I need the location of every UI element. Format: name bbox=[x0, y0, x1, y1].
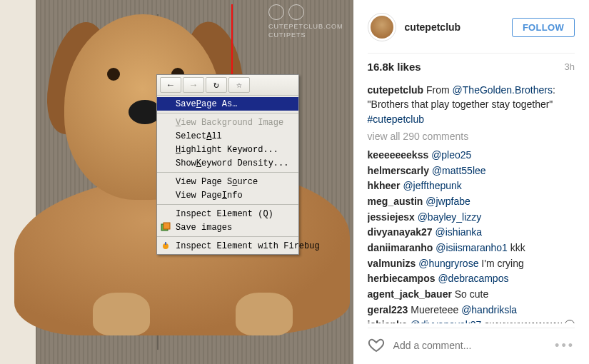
save-images-icon bbox=[161, 222, 171, 232]
comment-user[interactable]: divyanayak27 bbox=[368, 226, 433, 238]
comment-user[interactable]: agent_jack_bauer bbox=[368, 288, 452, 300]
mention-link[interactable]: @jeffthepunk bbox=[403, 180, 461, 191]
comments-list: keeeeeeekss @pleo25helmerscarly @matt55l… bbox=[368, 148, 575, 323]
menu-inspect-element[interactable]: Inspect Element (Q) bbox=[157, 207, 298, 221]
comment-row: valmunizs @hungryrose I'm crying bbox=[368, 256, 575, 272]
comment-row: jessiejesx @bayley_lizzy bbox=[368, 210, 575, 226]
menu-show-keyword-density[interactable]: Show Keyword Density... bbox=[157, 156, 298, 170]
menu-separator bbox=[157, 172, 298, 173]
comment-row: divyanayak27 @ishianka bbox=[368, 225, 575, 241]
more-options-button[interactable]: ••• bbox=[555, 338, 575, 353]
menu-save-images-label: Save images bbox=[176, 223, 232, 233]
post-meta: 16.8k likes 3h bbox=[368, 61, 575, 73]
mention-link[interactable]: @debracampos bbox=[438, 273, 508, 284]
context-menu: ← → ↻ ☆ Save Page As… View Background Im… bbox=[156, 74, 299, 255]
photo-dog-paw bbox=[93, 293, 150, 335]
menu-highlight-keyword[interactable]: Highlight Keyword... bbox=[157, 143, 298, 156]
mention-link[interactable]: @jwpfabe bbox=[426, 196, 470, 207]
comment-user[interactable]: valmunizs bbox=[368, 258, 416, 269]
like-count[interactable]: 16.8k likes bbox=[368, 61, 421, 73]
comment-row: hkheer @jeffthepunk bbox=[368, 178, 575, 194]
menu-inspect-firebug[interactable]: Inspect Element with Firebug bbox=[157, 239, 298, 253]
comment-user[interactable]: ishianka bbox=[368, 319, 408, 323]
menu-separator bbox=[157, 204, 298, 205]
svg-rect-1 bbox=[163, 223, 170, 229]
comment-user[interactable]: keeeeeeekss bbox=[368, 149, 429, 161]
follow-button[interactable]: FOLLOW bbox=[512, 18, 575, 37]
emoji-icon bbox=[565, 320, 575, 323]
post-photo[interactable]: CUTEPETCLUB.COM CUTIPETS ← → ↻ ☆ Save Pa… bbox=[0, 0, 353, 364]
mention-link[interactable]: @bayley_lizzy bbox=[418, 211, 482, 223]
context-menu-toolbar: ← → ↻ ☆ bbox=[157, 75, 298, 96]
mention-link[interactable]: @handriksla bbox=[461, 304, 517, 315]
menu-save-images[interactable]: Save images bbox=[157, 221, 298, 234]
avatar[interactable] bbox=[368, 13, 396, 41]
post-sidebar: cutepetclub FOLLOW 16.8k likes 3h cutepe… bbox=[353, 0, 589, 364]
mention-link[interactable]: @isiismaranho1 bbox=[436, 242, 508, 253]
comment-user[interactable]: geral223 bbox=[368, 304, 408, 315]
comment-row: geral223 Muereteee @handriksla bbox=[368, 303, 575, 318]
comment-row: daniimaranho @isiismaranho1 kkk bbox=[368, 241, 575, 256]
comment-user[interactable]: daniimaranho bbox=[368, 242, 433, 253]
nav-forward-button[interactable]: → bbox=[183, 77, 204, 93]
comment-row: helmerscarly @matt55lee bbox=[368, 163, 575, 179]
mention-link[interactable]: @hungryrose bbox=[418, 258, 478, 269]
comment-user[interactable]: hkheer bbox=[368, 180, 401, 191]
heart-icon bbox=[368, 337, 385, 354]
watermark-line1: CUTEPETCLUB.COM bbox=[268, 23, 343, 30]
comment-row: meg_austin @jwpfabe bbox=[368, 194, 575, 210]
mention-link[interactable]: @divyanayak27 bbox=[411, 319, 482, 323]
comment-row: agent_jack_bauer So cute bbox=[368, 287, 575, 303]
post-header: cutepetclub FOLLOW bbox=[368, 13, 575, 41]
comment-user[interactable]: herbiecampos bbox=[368, 273, 436, 284]
svg-rect-3 bbox=[165, 242, 166, 245]
menu-view-background-image[interactable]: View Background Image bbox=[157, 116, 298, 129]
comment-input[interactable] bbox=[393, 340, 547, 351]
firebug-icon bbox=[161, 241, 171, 251]
comment-user[interactable]: helmerscarly bbox=[368, 165, 429, 176]
menu-inspect-firebug-label: Inspect Element with Firebug bbox=[176, 241, 320, 251]
hashtag-link[interactable]: #cutepetclub bbox=[368, 113, 424, 125]
watermark-line2: CUTIPETS bbox=[268, 31, 343, 39]
mention-link[interactable]: @ishianka bbox=[436, 226, 483, 238]
post-caption: cutepetclub From @TheGolden.Brothers: "B… bbox=[368, 83, 575, 126]
caption-text: From bbox=[423, 84, 452, 96]
menu-save-page-as[interactable]: Save Page As… bbox=[157, 97, 298, 111]
comment-user[interactable]: jessiejesx bbox=[368, 211, 415, 223]
watermark: CUTEPETCLUB.COM CUTIPETS bbox=[268, 4, 343, 39]
menu-separator bbox=[157, 236, 298, 237]
comment-user[interactable]: meg_austin bbox=[368, 196, 423, 207]
caption-user[interactable]: cutepetclub bbox=[368, 84, 424, 96]
nav-back-button[interactable]: ← bbox=[160, 77, 181, 93]
add-comment-row: ••• bbox=[368, 328, 575, 364]
comment-row: ishianka @divyanayak27 awwwwwwwwww bbox=[368, 318, 575, 323]
nav-bookmark-button[interactable]: ☆ bbox=[228, 77, 250, 93]
watermark-cat-icon bbox=[288, 4, 304, 20]
comment-row: herbiecampos @debracampos bbox=[368, 271, 575, 287]
post-time: 3h bbox=[565, 61, 575, 72]
divider bbox=[368, 53, 575, 54]
menu-view-page-source[interactable]: View Page Source bbox=[157, 175, 298, 188]
view-all-comments[interactable]: view all 290 comments bbox=[368, 131, 575, 142]
menu-separator bbox=[157, 113, 298, 113]
comment-row: keeeeeeekss @pleo25 bbox=[368, 148, 575, 163]
photo-dog-eye bbox=[107, 68, 120, 81]
profile-username[interactable]: cutepetclub bbox=[405, 21, 461, 33]
mention-link[interactable]: @pleo25 bbox=[431, 149, 471, 161]
mention-link[interactable]: @TheGolden.Brothers bbox=[453, 84, 553, 96]
mention-link[interactable]: @matt55lee bbox=[432, 165, 486, 176]
app-root: CUTEPETCLUB.COM CUTIPETS ← → ↻ ☆ Save Pa… bbox=[0, 0, 589, 364]
like-button[interactable] bbox=[368, 337, 385, 354]
menu-select-all[interactable]: Select All bbox=[157, 129, 298, 143]
watermark-dog-icon bbox=[268, 4, 284, 20]
nav-reload-button[interactable]: ↻ bbox=[206, 77, 227, 93]
photo-dog-paw bbox=[236, 293, 293, 335]
menu-view-page-info[interactable]: View Page Info bbox=[157, 188, 298, 202]
